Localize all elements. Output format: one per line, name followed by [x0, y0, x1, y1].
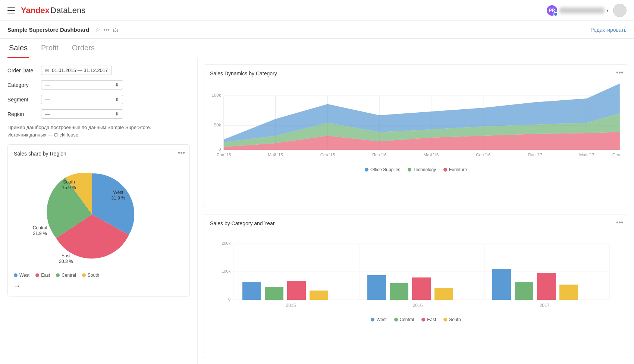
legend-item-south: South [82, 273, 99, 278]
bar-2016-central [390, 283, 408, 300]
area-chart-menu-icon[interactable]: ••• [616, 69, 623, 77]
bar-2016-west [367, 275, 386, 300]
area-chart-svg: 0 50k 100k [210, 78, 622, 164]
legend-dot-south [82, 273, 86, 277]
legend-label-bar-west: West [376, 317, 386, 322]
legend-dot-bar-central [394, 318, 398, 321]
bar-2017-west [492, 269, 511, 300]
area-chart-legend: Office Supplies Technology Furniture [210, 167, 622, 172]
pie-chart-svg: West 31.9 % East 30.3 % Central 21.9 % S… [14, 157, 189, 269]
pie-chart-menu-icon[interactable]: ••• [178, 149, 185, 157]
user-avatar-badge: PR [547, 5, 557, 16]
view-more-arrow[interactable]: → [14, 282, 183, 290]
right-panel: Sales Dynamics by Category ••• 0 50k 100… [198, 58, 634, 364]
category-select[interactable]: — ⬍ [41, 80, 123, 90]
legend-label-bar-central: Central [400, 317, 414, 322]
tab-profit[interactable]: Profit [40, 39, 60, 58]
more-options-icon[interactable]: ••• [102, 25, 111, 35]
legend-bar-south: South [443, 317, 461, 322]
svg-text:Сен '17: Сен '17 [612, 153, 622, 157]
legend-technology: Technology [408, 167, 436, 172]
select-arrow-icon: ⬍ [115, 97, 119, 102]
svg-text:100k: 100k [211, 93, 221, 97]
svg-text:Сен '16: Сен '16 [476, 153, 490, 157]
folder-icon[interactable]: 🗂 [111, 25, 120, 35]
pie-label-east: East [62, 253, 71, 258]
order-date-label: Order Date [7, 68, 41, 73]
edit-button[interactable]: Редактировать [590, 27, 627, 33]
svg-text:Сен '15: Сен '15 [320, 153, 335, 157]
category-filter-row: Category — ⬍ [7, 80, 190, 90]
order-date-input[interactable]: ⊞ 01.01.2015 — 31.12.2017 [41, 66, 112, 75]
segment-select[interactable]: — ⬍ [41, 95, 123, 104]
pie-value-west: 31.9 % [111, 195, 125, 201]
region-value: — [45, 111, 50, 117]
hamburger-icon[interactable] [7, 7, 15, 13]
dashboard-description: Пример дашборда построенные по данным Sa… [7, 124, 190, 138]
category-label: Category [7, 82, 41, 88]
logo: Yandex DataLens [21, 6, 85, 15]
tab-sales[interactable]: Sales [7, 39, 29, 58]
select-arrow-icon: ⬍ [115, 111, 119, 117]
legend-item-west: West [14, 273, 29, 278]
legend-dot-bar-south [443, 318, 447, 321]
legend-label-technology: Technology [413, 167, 436, 172]
logo-yandex: Yandex [21, 6, 50, 15]
bar-2017-south [559, 285, 578, 300]
avatar[interactable] [613, 4, 627, 17]
pie-chart-legend: West East Central South [14, 273, 183, 278]
legend-dot-bar-west [371, 318, 374, 321]
main-content: Order Date ⊞ 01.01.2015 — 31.12.2017 Cat… [0, 58, 634, 364]
pie-value-east: 30.3 % [59, 259, 73, 264]
pie-chart-card: Sales share by Region ••• [7, 144, 190, 296]
svg-text:Янв '17: Янв '17 [528, 153, 542, 157]
pie-value-central: 21.9 % [33, 231, 47, 236]
svg-text:2015: 2015 [286, 303, 296, 308]
bar-2015-central [265, 287, 283, 300]
legend-item-central: Central [56, 273, 76, 278]
legend-label-east: East [41, 273, 50, 278]
area-chart-title: Sales Dynamics by Category [210, 70, 277, 76]
sub-header: Sample Superstore Dashboard ☆ ••• 🗂 Реда… [0, 21, 634, 39]
order-date-value: 01.01.2015 — 31.12.2017 [52, 68, 108, 73]
pie-chart-title: Sales share by Region [14, 151, 66, 157]
region-filter-row: Region — ⬍ [7, 109, 190, 119]
legend-label-bar-east: East [427, 317, 436, 322]
tabs-bar: Sales Profit Orders [0, 39, 634, 58]
dashboard-title: Sample Superstore Dashboard [7, 26, 89, 33]
tab-orders[interactable]: Orders [70, 39, 96, 58]
bar-chart-svg: 0 100k 200k [210, 228, 622, 314]
pie-value-south: 15.9 % [62, 185, 76, 190]
svg-text:2017: 2017 [540, 303, 550, 308]
bar-2017-central [515, 282, 533, 300]
badge-notification-dot [553, 12, 558, 16]
svg-text:Май '15: Май '15 [268, 153, 283, 157]
bar-chart-card: Sales by Category and Year ••• 0 100k 20… [204, 214, 628, 358]
legend-bar-central: Central [394, 317, 414, 322]
region-label: Region [7, 111, 41, 117]
legend-bar-west: West [371, 317, 386, 322]
legend-dot-central [56, 273, 60, 277]
logo-datalens: DataLens [50, 6, 85, 15]
left-panel: Order Date ⊞ 01.01.2015 — 31.12.2017 Cat… [0, 58, 198, 364]
chevron-down-icon[interactable]: ▾ [606, 8, 609, 13]
bar-chart-menu-icon[interactable]: ••• [616, 219, 623, 227]
svg-text:0: 0 [219, 147, 221, 151]
region-select[interactable]: — ⬍ [41, 109, 123, 119]
star-icon[interactable]: ☆ [94, 25, 102, 35]
bar-2016-south [434, 288, 453, 300]
segment-value: — [45, 97, 50, 102]
bar-2016-east [412, 277, 431, 300]
bar-2017-east [537, 273, 556, 300]
legend-dot-technology [408, 168, 411, 172]
svg-text:Янв '15: Янв '15 [216, 153, 231, 157]
pie-label-west: West [113, 190, 123, 195]
svg-text:200k: 200k [222, 241, 230, 245]
pie-label-south: South [63, 179, 75, 185]
svg-text:Май '16: Май '16 [424, 153, 439, 157]
svg-text:100k: 100k [222, 269, 230, 273]
legend-dot-bar-east [421, 318, 425, 321]
legend-dot-east [35, 273, 39, 277]
user-badge[interactable]: PR ▾ [547, 5, 609, 16]
user-name [559, 7, 604, 13]
